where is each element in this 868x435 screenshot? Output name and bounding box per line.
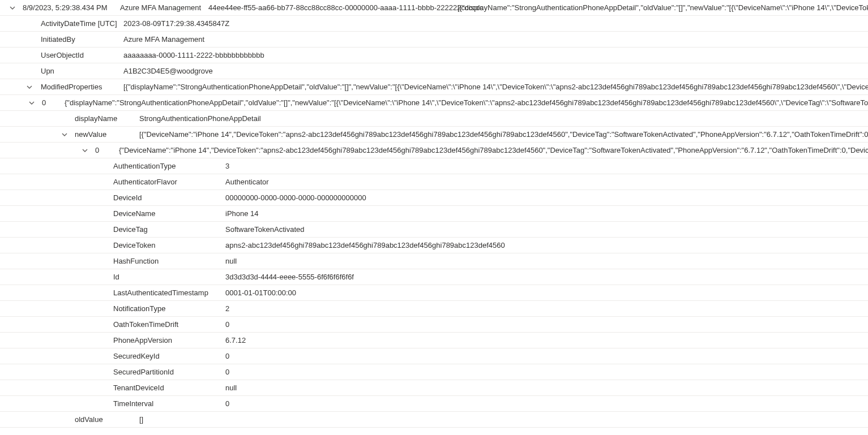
row-upn: Upn A1B2C3D4E5@woodgrove <box>0 63 868 79</box>
row-mp-0[interactable]: 0 {"displayName":"StrongAuthenticationPh… <box>0 95 868 111</box>
value-tenant-device-id: null <box>225 384 237 392</box>
row-hash-function: HashFunction null <box>0 253 868 269</box>
value-authenticator-flavor: Authenticator <box>225 178 269 186</box>
log-entry-header[interactable]: 8/9/2023, 5:29:38.434 PM Azure MFA Manag… <box>0 0 868 16</box>
value-device-name: iPhone 14 <box>225 209 259 218</box>
label-old-value: oldValue <box>75 415 139 424</box>
value-old-value: [] <box>139 415 143 424</box>
row-initiated-by: InitiatedBy Azure MFA Management <box>0 32 868 48</box>
row-device-name: DeviceName iPhone 14 <box>0 206 868 222</box>
row-device-id: DeviceId 00000000-0000-0000-0000-0000000… <box>0 190 868 206</box>
row-notification-type: NotificationType 2 <box>0 301 868 317</box>
row-authentication-type: AuthenticationType 3 <box>0 158 868 174</box>
value-time-interval: 0 <box>225 399 229 408</box>
label-notification-type: NotificationType <box>113 304 225 313</box>
value-device-id: 00000000-0000-0000-0000-000000000000 <box>225 193 366 202</box>
value-secured-partition-id: 0 <box>225 368 229 376</box>
value-activity-datetime: 2023-08-09T17:29:38.4345847Z <box>123 19 229 28</box>
label-device-id: DeviceId <box>113 193 225 202</box>
label-phone-app-version: PhoneAppVersion <box>113 336 225 344</box>
row-oath-token-time-drift: OathTokenTimeDrift 0 <box>0 317 868 333</box>
row-new-value[interactable]: newValue [{"DeviceName":"iPhone 14","Dev… <box>0 127 868 143</box>
value-device-token: apns2-abc123def456ghi789abc123def456ghi7… <box>225 241 505 249</box>
label-time-interval: TimeInterval <box>113 399 225 408</box>
row-old-value: oldValue [] <box>0 412 868 428</box>
value-initiated-by: Azure MFA Management <box>123 35 204 44</box>
label-nv-0-index: 0 <box>95 146 119 154</box>
label-display-name: displayName <box>75 114 139 123</box>
value-last-auth-timestamp: 0001-01-01T00:00:00 <box>225 288 296 297</box>
value-display-name: StrongAuthenticationPhoneAppDetail <box>139 114 261 123</box>
label-mp-0-index: 0 <box>42 98 65 107</box>
label-last-auth-timestamp: LastAuthenticatedTimestamp <box>113 288 225 297</box>
header-timestamp: 8/9/2023, 5:29:38.434 PM <box>23 3 120 12</box>
row-display-name: displayName StrongAuthenticationPhoneApp… <box>0 111 868 127</box>
row-device-token: DeviceToken apns2-abc123def456ghi789abc1… <box>0 238 868 253</box>
row-nv-0[interactable]: 0 {"DeviceName":"iPhone 14","DeviceToken… <box>0 143 868 158</box>
chevron-down-icon[interactable] <box>8 3 17 12</box>
chevron-down-icon[interactable] <box>60 130 69 139</box>
row-device-tag: DeviceTag SoftwareTokenActivated <box>0 222 868 238</box>
label-authentication-type: AuthenticationType <box>113 162 225 170</box>
value-authentication-type: 3 <box>225 162 229 170</box>
value-upn: A1B2C3D4E5@woodgrove <box>123 67 213 75</box>
label-user-object-id: UserObjectId <box>41 51 123 59</box>
row-secured-partition-id: SecuredPartitionId 0 <box>0 364 868 380</box>
row-time-interval: TimeInterval 0 <box>0 396 868 412</box>
value-modified-properties: [{"displayName":"StrongAuthenticationPho… <box>123 83 868 91</box>
label-secured-partition-id: SecuredPartitionId <box>113 368 225 376</box>
label-device-token: DeviceToken <box>113 241 225 249</box>
value-phone-app-version: 6.7.12 <box>225 336 246 344</box>
chevron-down-icon[interactable] <box>80 146 89 155</box>
label-modified-properties: ModifiedProperties <box>41 83 123 91</box>
label-device-name: DeviceName <box>113 209 225 218</box>
row-user-object-id: UserObjectId aaaaaaaa-0000-1111-2222-bbb… <box>0 48 868 63</box>
value-nv-0: {"DeviceName":"iPhone 14","DeviceToken":… <box>119 146 868 154</box>
label-initiated-by: InitiatedBy <box>41 35 123 44</box>
header-summary-json: [{"displayName":"StrongAuthenticationPho… <box>457 3 868 12</box>
chevron-down-icon[interactable] <box>27 98 36 107</box>
label-device-tag: DeviceTag <box>113 225 225 234</box>
header-service: Azure MFA Management <box>120 3 208 12</box>
value-user-object-id: aaaaaaaa-0000-1111-2222-bbbbbbbbbbbb <box>123 51 264 59</box>
label-new-value: newValue <box>75 130 139 139</box>
label-activity-datetime: ActivityDateTime [UTC] <box>41 19 123 28</box>
row-authenticator-flavor: AuthenticatorFlavor Authenticator <box>0 174 868 190</box>
label-secured-key-id: SecuredKeyId <box>113 352 225 360</box>
header-correlation-id: 44ee44ee-ff55-aa66-bb77-88cc88cc88cc-000… <box>208 3 457 12</box>
value-mp-0: {"displayName":"StrongAuthenticationPhon… <box>65 98 868 107</box>
value-id: 3d3d3d3d-4444-eeee-5555-6f6f6f6f6f6f <box>225 273 354 281</box>
label-hash-function: HashFunction <box>113 257 225 265</box>
label-upn: Upn <box>41 67 123 75</box>
label-id: Id <box>113 273 225 281</box>
label-authenticator-flavor: AuthenticatorFlavor <box>113 178 225 186</box>
row-tenant-device-id: TenantDeviceId null <box>0 380 868 396</box>
row-id: Id 3d3d3d3d-4444-eeee-5555-6f6f6f6f6f6f <box>0 269 868 285</box>
value-secured-key-id: 0 <box>225 352 229 360</box>
row-secured-key-id: SecuredKeyId 0 <box>0 348 868 364</box>
value-hash-function: null <box>225 257 237 265</box>
value-new-value: [{"DeviceName":"iPhone 14","DeviceToken"… <box>139 130 868 139</box>
value-notification-type: 2 <box>225 304 229 313</box>
label-oath-token-time-drift: OathTokenTimeDrift <box>113 320 225 329</box>
row-modified-properties[interactable]: ModifiedProperties [{"displayName":"Stro… <box>0 79 868 95</box>
value-oath-token-time-drift: 0 <box>225 320 229 329</box>
label-tenant-device-id: TenantDeviceId <box>113 384 225 392</box>
row-activity-datetime: ActivityDateTime [UTC] 2023-08-09T17:29:… <box>0 16 868 32</box>
row-last-auth-timestamp: LastAuthenticatedTimestamp 0001-01-01T00… <box>0 285 868 301</box>
chevron-down-icon[interactable] <box>25 83 34 92</box>
value-device-tag: SoftwareTokenActivated <box>225 225 304 234</box>
row-phone-app-version: PhoneAppVersion 6.7.12 <box>0 333 868 348</box>
